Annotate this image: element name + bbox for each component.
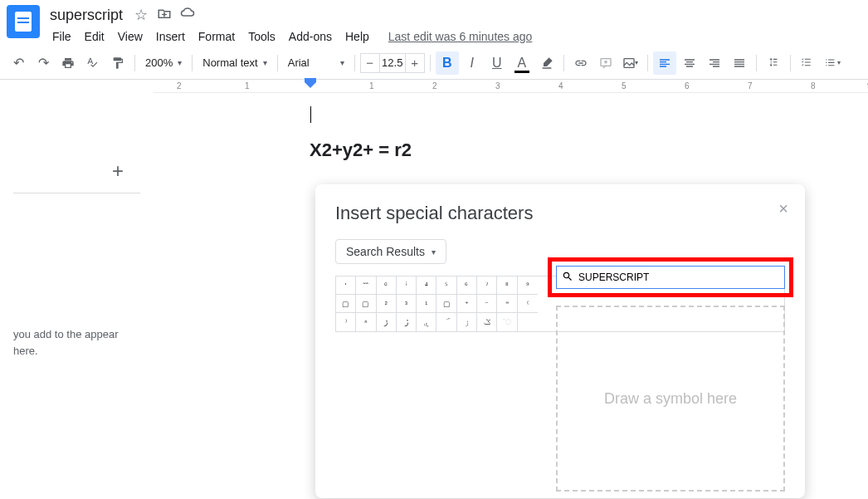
char-cell[interactable]: ' xyxy=(336,276,356,295)
menu-edit[interactable]: Edit xyxy=(79,27,110,46)
ruler-mark: 4 xyxy=(558,81,563,91)
category-dropdown[interactable]: Search Results ▾ xyxy=(335,239,446,264)
svg-rect-3 xyxy=(305,78,316,82)
insert-link-button[interactable] xyxy=(569,51,592,75)
bold-button[interactable]: B xyxy=(436,51,459,75)
cloud-status-icon[interactable] xyxy=(179,6,196,25)
menu-file[interactable]: File xyxy=(46,27,77,46)
menu-format[interactable]: Format xyxy=(193,27,241,46)
char-cell[interactable]: ⁿ xyxy=(356,313,376,331)
ruler-mark: 8 xyxy=(811,81,816,91)
move-icon[interactable] xyxy=(156,6,173,25)
text-color-button[interactable]: A xyxy=(510,51,534,75)
char-cell[interactable]: ⁷ xyxy=(477,276,497,295)
char-cell[interactable]: ³ xyxy=(397,295,417,313)
zoom-value: 200% xyxy=(145,56,173,69)
char-cell[interactable]: ݬ xyxy=(457,313,477,331)
spellcheck-button[interactable] xyxy=(81,51,105,75)
menu-tools[interactable]: Tools xyxy=(242,27,281,46)
font-size-decrease[interactable]: − xyxy=(361,56,379,70)
zoom-select[interactable]: 200% ▾ xyxy=(140,53,187,73)
char-cell[interactable]: ⁸ xyxy=(497,276,517,295)
menu-help[interactable]: Help xyxy=(339,27,375,46)
italic-button[interactable]: I xyxy=(461,51,484,75)
char-cell[interactable]: ⁼ xyxy=(497,295,517,313)
undo-button[interactable]: ↶ xyxy=(7,51,30,75)
ruler-mark: 3 xyxy=(495,81,500,91)
char-cell[interactable]: ۑ xyxy=(417,313,436,331)
char-cell[interactable]: ⁶ xyxy=(457,276,477,295)
app-header: superscript ☆ File Edit View Insert Form… xyxy=(0,0,868,46)
menu-insert[interactable]: Insert xyxy=(150,27,191,46)
font-size-increase[interactable]: + xyxy=(406,56,424,70)
ruler-mark: 1 xyxy=(369,81,374,91)
draw-hint: Draw a symbol here xyxy=(604,390,737,408)
style-value: Normal text xyxy=(202,56,257,69)
font-size-value[interactable]: 12.5 xyxy=(379,54,406,72)
title-area: superscript ☆ File Edit View Insert Form… xyxy=(46,5,861,46)
horizontal-ruler[interactable]: 2 1 1 2 3 4 5 6 7 8 9 xyxy=(154,80,868,93)
document-title[interactable]: superscript xyxy=(46,7,126,24)
char-cell[interactable]: ² xyxy=(377,295,397,313)
align-justify-button[interactable] xyxy=(728,51,751,75)
search-highlight-box xyxy=(548,257,793,297)
underline-button[interactable]: U xyxy=(485,51,509,75)
char-cell[interactable]: ¹ xyxy=(417,295,436,313)
draw-symbol-area[interactable]: Draw a symbol here xyxy=(556,306,785,492)
add-comment-button[interactable] xyxy=(594,51,617,75)
outline-hint: you add to the appear here. xyxy=(13,326,140,359)
paint-format-button[interactable] xyxy=(106,51,129,75)
char-cell[interactable]: ݣ xyxy=(477,313,497,331)
char-cell[interactable] xyxy=(518,313,538,331)
ruler-mark: 1 xyxy=(245,81,250,91)
char-cell[interactable]: ⁰ xyxy=(377,276,397,295)
dropdown-label: Search Results xyxy=(346,245,425,258)
search-icon xyxy=(557,271,578,285)
redo-button[interactable]: ↷ xyxy=(32,51,55,75)
char-cell[interactable]: ⁻ xyxy=(477,295,497,313)
char-cell[interactable]: ▢ xyxy=(336,295,356,313)
align-left-button[interactable] xyxy=(653,51,676,75)
char-cell[interactable]: ۜ xyxy=(436,313,456,331)
star-icon[interactable]: ☆ xyxy=(133,6,149,24)
indent-marker-icon[interactable] xyxy=(305,78,316,91)
ruler-mark: 2 xyxy=(177,81,182,91)
menu-addons[interactable]: Add-ons xyxy=(283,27,338,46)
char-cell[interactable]: ⁺ xyxy=(457,295,477,313)
docs-logo-icon xyxy=(15,12,32,32)
paragraph-style-select[interactable]: Normal text ▾ xyxy=(197,53,271,73)
bulleted-list-button[interactable]: ▾ xyxy=(821,51,844,75)
ruler-mark: 2 xyxy=(432,81,437,91)
search-input[interactable] xyxy=(578,272,784,283)
char-cell[interactable]: ◌ۤ xyxy=(497,313,517,331)
docs-logo[interactable] xyxy=(7,5,40,38)
last-edit-link[interactable]: Last edit was 6 minutes ago xyxy=(388,30,533,43)
char-cell[interactable]: ⁵ xyxy=(436,276,456,295)
char-cell[interactable]: ڒ xyxy=(377,313,397,331)
svg-marker-2 xyxy=(305,82,316,88)
char-cell[interactable]: ▢ xyxy=(356,295,376,313)
font-select[interactable]: Arial ▾ xyxy=(283,53,349,73)
print-button[interactable] xyxy=(56,51,80,75)
align-right-button[interactable] xyxy=(703,51,726,75)
add-outline-button[interactable]: + xyxy=(112,159,124,183)
line-spacing-button[interactable] xyxy=(762,51,785,75)
text-cursor xyxy=(310,106,311,123)
insert-image-button[interactable]: ▾ xyxy=(619,51,642,75)
char-cell[interactable]: ⁽ xyxy=(518,295,538,313)
checklist-button[interactable] xyxy=(796,51,819,75)
ruler-mark: 5 xyxy=(622,81,627,91)
char-cell[interactable]: ⁾ xyxy=(336,313,356,331)
align-center-button[interactable] xyxy=(678,51,701,75)
char-cell[interactable]: ⁹ xyxy=(518,276,538,295)
font-value: Arial xyxy=(288,56,310,69)
menu-view[interactable]: View xyxy=(112,27,149,46)
char-cell[interactable]: ▢ xyxy=(436,295,456,313)
char-cell[interactable]: ⁴ xyxy=(417,276,436,295)
close-icon[interactable]: × xyxy=(778,199,788,218)
ruler-mark: 7 xyxy=(748,81,753,91)
highlight-color-button[interactable] xyxy=(535,51,558,75)
char-cell[interactable]: ⁱ xyxy=(397,276,417,295)
char-cell[interactable]: ˘ˆ xyxy=(356,276,376,295)
char-cell[interactable]: ڙ xyxy=(397,313,417,331)
